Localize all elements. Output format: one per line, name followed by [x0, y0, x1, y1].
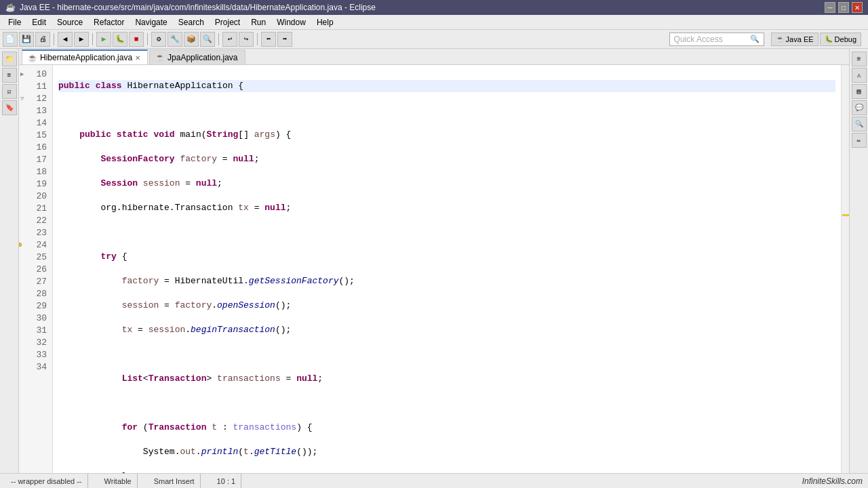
- tab-hibernate-close[interactable]: ✕: [135, 54, 140, 62]
- toolbar-sep-5: [257, 33, 258, 45]
- toolbar: 📄 💾 🖨 ◀ ▶ ▶ 🐛 ■ ⚙ 🔧 📦 🔍 ↩ ↪ ⬅ ➡ Quick Ac…: [0, 30, 868, 49]
- main-area: 📁 ≡ ☑ 🔖 ☕ HibernateApplication.java ✕ ☕ …: [0, 49, 868, 473]
- line-num-25: 25: [19, 251, 52, 263]
- left-sidebar: 📁 ≡ ☑ 🔖: [0, 49, 19, 473]
- console-icon[interactable]: ▤: [852, 84, 867, 99]
- code-line-18: factory = HibernateUtil.getSessionFactor…: [58, 275, 835, 287]
- menu-search[interactable]: Search: [173, 16, 210, 28]
- debug-perspective[interactable]: 🐛 Debug: [820, 33, 861, 46]
- toolbar-btn-extra7[interactable]: ⬅: [261, 32, 276, 47]
- code-line-25: System.out.println(t.getTitle());: [58, 446, 835, 458]
- toolbar-btn-extra5[interactable]: ↩: [222, 32, 237, 47]
- save-button[interactable]: 💾: [19, 32, 34, 47]
- run-button[interactable]: ▶: [96, 32, 111, 47]
- fold-icon-12[interactable]: ▽: [20, 95, 24, 102]
- code-line-23: [58, 397, 835, 409]
- line-num-31: 31: [19, 324, 52, 336]
- code-line-19: session = factory.openSession();: [58, 300, 835, 312]
- quick-access-label: Quick Access: [674, 35, 723, 44]
- title-text: ☕ Java EE - hibernate-course/src/main/ja…: [5, 3, 376, 12]
- line-num-16: 16: [19, 141, 52, 153]
- line-num-17: 17: [19, 153, 52, 165]
- menu-source[interactable]: Source: [52, 16, 88, 28]
- java-ee-icon: ☕: [776, 35, 784, 43]
- branding-text: InfiniteSkills.com: [802, 476, 863, 486]
- line-num-13: 13: [19, 104, 52, 117]
- toolbar-btn-extra6[interactable]: ↪: [239, 32, 254, 47]
- tab-jpa-icon: ☕: [155, 53, 165, 62]
- menu-bar: File Edit Source Refactor Navigate Searc…: [0, 15, 868, 30]
- overview-ruler: [841, 65, 849, 473]
- line-num-14: 14: [19, 117, 52, 129]
- line-num-11: 11: [19, 80, 52, 92]
- insert-mode-status[interactable]: Smart Insert: [149, 474, 201, 488]
- writable-status[interactable]: Writable: [99, 474, 138, 488]
- code-line-24: for (Transaction t : transactions) {: [58, 422, 835, 434]
- line-num-10: ▶ 10: [19, 68, 52, 80]
- toolbar-btn-extra2[interactable]: 🔧: [167, 32, 182, 47]
- code-line-21: [58, 348, 835, 361]
- toolbar-btn-extra8[interactable]: ➡: [277, 32, 292, 47]
- tab-hibernate-label: HibernateApplication.java: [40, 53, 132, 62]
- quick-access-box[interactable]: Quick Access 🔍: [669, 33, 764, 46]
- code-line-17: try {: [58, 251, 835, 263]
- task-list-icon[interactable]: ☑: [2, 84, 17, 99]
- outline-view-icon[interactable]: ≡: [852, 52, 867, 66]
- code-editor: ▶ 10 11 ▽ 12 13 14 15 16 17 18 19 20 21 …: [19, 65, 849, 473]
- code-content[interactable]: public class HibernateApplication { publ…: [53, 65, 841, 473]
- menu-window[interactable]: Window: [271, 16, 311, 28]
- line-num-32: 32: [19, 336, 52, 348]
- tab-jpa-label: JpaApplication.java: [167, 53, 237, 62]
- window-title: Java EE - hibernate-course/src/main/java…: [20, 3, 376, 12]
- toolbar-btn-extra3[interactable]: 📦: [184, 32, 199, 47]
- tab-jpa[interactable]: ☕ JpaApplication.java: [149, 49, 245, 64]
- menu-file[interactable]: File: [3, 16, 26, 28]
- menu-run[interactable]: Run: [245, 16, 271, 28]
- bookmark-icon[interactable]: 🔖: [2, 100, 17, 115]
- bookmarks-icon[interactable]: ✏: [852, 133, 867, 148]
- line-num-21: 21: [19, 202, 52, 214]
- forward-button[interactable]: ▶: [74, 32, 89, 47]
- menu-refactor[interactable]: Refactor: [88, 16, 130, 28]
- menu-edit[interactable]: Edit: [26, 16, 52, 28]
- toolbar-sep-3: [147, 33, 148, 45]
- title-controls[interactable]: ─ □ ✕: [825, 2, 863, 13]
- package-explorer-icon[interactable]: 📁: [2, 52, 17, 66]
- search-view-icon[interactable]: 🔍: [852, 117, 867, 131]
- new-button[interactable]: 📄: [3, 32, 18, 47]
- minimize-button[interactable]: ─: [825, 2, 835, 13]
- branding-logo: InfiniteSkills.com: [802, 476, 863, 486]
- chat-icon[interactable]: 💬: [852, 100, 867, 115]
- outline-icon[interactable]: ≡: [2, 68, 17, 83]
- close-button[interactable]: ✕: [852, 2, 863, 13]
- java-ee-perspective[interactable]: ☕ Java EE: [771, 33, 818, 46]
- maximize-button[interactable]: □: [838, 2, 849, 13]
- menu-help[interactable]: Help: [311, 16, 339, 28]
- code-line-12: public static void main(String[] args) {: [58, 129, 835, 141]
- debug-label: Debug: [835, 35, 856, 43]
- debug-run-button[interactable]: 🐛: [113, 32, 127, 47]
- line-num-28: 28: [19, 287, 52, 300]
- line-num-12: ▽ 12: [19, 92, 52, 104]
- tab-hibernate[interactable]: ☕ HibernateApplication.java ✕: [22, 49, 148, 64]
- debug-icon: 🐛: [825, 35, 833, 43]
- print-button[interactable]: 🖨: [35, 32, 50, 47]
- wrapper-status: -- wrapper disabled --: [5, 474, 88, 488]
- code-line-10: public class HibernateApplication {: [58, 80, 835, 92]
- back-button[interactable]: ◀: [58, 32, 73, 47]
- eclipse-icon: ☕: [5, 3, 16, 12]
- line-num-23: 23: [19, 226, 52, 239]
- menu-navigate[interactable]: Navigate: [130, 16, 172, 28]
- fold-icon-10[interactable]: ▶: [20, 70, 24, 78]
- stop-button[interactable]: ■: [129, 32, 144, 47]
- toolbar-btn-extra1[interactable]: ⚙: [151, 32, 166, 47]
- line-num-22: 22: [19, 214, 52, 226]
- toolbar-btn-extra4[interactable]: 🔍: [200, 32, 215, 47]
- problems-icon[interactable]: ⚠: [852, 68, 867, 83]
- menu-project[interactable]: Project: [210, 16, 245, 28]
- right-sidebar: ≡ ⚠ ▤ 💬 🔍 ✏: [849, 49, 868, 473]
- line-num-19: 19: [19, 178, 52, 190]
- toolbar-sep-4: [218, 33, 219, 45]
- code-line-13: SessionFactory factory = null;: [58, 153, 835, 165]
- cursor-position-text: 10 : 1: [217, 477, 236, 485]
